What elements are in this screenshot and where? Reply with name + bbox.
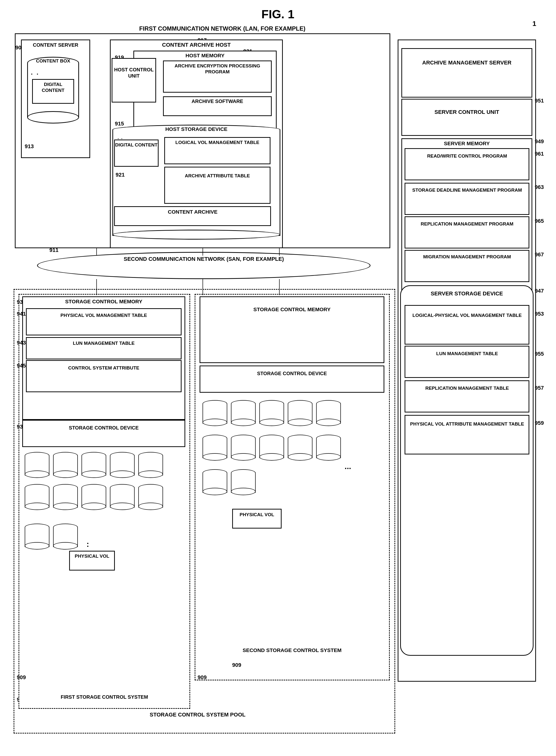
cyl-s8-bot xyxy=(259,453,284,461)
ref-941: 941 xyxy=(17,311,26,317)
ref-943: 943 xyxy=(17,339,26,346)
archive-attribute-label: ARCHIVE ATTRIBUTE TABLE xyxy=(165,173,270,179)
physical-vol-2-label: PHYSICAL VOL xyxy=(233,512,281,518)
content-box-dots2: · xyxy=(37,70,38,78)
storage-control-memory-1-label: STORAGE CONTROL MEMORY xyxy=(24,298,184,305)
content-box-label: CONTENT BOX xyxy=(27,58,79,64)
storage-control-device-2-label: STORAGE CONTROL DEVICE xyxy=(201,370,383,376)
ref-953: 953 xyxy=(535,311,544,317)
ref-959: 959 xyxy=(535,420,544,426)
cyl-s6-bot xyxy=(203,453,227,461)
server-control-unit-label: SERVER CONTROL UNIT xyxy=(402,109,531,116)
rw-control-label: READ/WRITE CONTROL PROGRAM xyxy=(405,153,529,159)
host-control-unit-label: HOST CONTROL UNIT xyxy=(112,67,155,79)
ref-963: 963 xyxy=(535,184,544,190)
storage-control-memory-2-label: STORAGE CONTROL MEMORY xyxy=(201,306,383,313)
archive-mgmt-server-label: ARCHIVE MANAGEMENT SERVER xyxy=(402,59,531,66)
host-control-unit-box xyxy=(112,58,156,103)
cyl11-bot xyxy=(25,542,49,549)
ref-909a: 909 xyxy=(17,674,26,681)
cyl-s4-bot xyxy=(288,419,312,426)
ref-949: 949 xyxy=(535,138,544,145)
storage-control-device-1-label: STORAGE CONTROL DEVICE xyxy=(24,425,184,431)
content-server-label: CONTENT SERVER xyxy=(22,42,89,48)
replication-mgmt-label: REPLICATION MANAGEMENT PROGRAM xyxy=(405,221,529,227)
ref-957: 957 xyxy=(535,385,544,391)
archive-attribute-box xyxy=(164,167,271,204)
conn-san-1 xyxy=(96,279,97,295)
cyl-s12-bot xyxy=(231,488,256,495)
cyl6-bot xyxy=(25,503,49,510)
ref-921: 921 xyxy=(115,172,125,178)
conn-san-3 xyxy=(279,279,280,295)
logical-vol-label: LOGICAL VOL MANAGEMENT TABLE xyxy=(165,140,270,145)
cyl9-bot xyxy=(110,503,135,510)
cyl-s9-bot xyxy=(288,453,312,461)
cyl10-bot xyxy=(138,503,163,510)
ref-955: 955 xyxy=(535,351,544,357)
cyl1-bot xyxy=(25,470,49,478)
ref-965: 965 xyxy=(535,218,544,224)
physical-vol-attr-box xyxy=(405,415,529,455)
server-control-unit-box xyxy=(402,99,532,136)
ref-909c: 909 xyxy=(232,662,241,668)
digital-content-label-2: DIGITAL CONTENT xyxy=(115,142,158,148)
server-storage-device-label: SERVER STORAGE DEVICE xyxy=(402,290,532,297)
archive-software-label: ARCHIVE SOFTWARE xyxy=(164,98,271,105)
ref-911: 911 xyxy=(49,247,59,253)
cyl3-bot xyxy=(81,470,106,478)
cyl-s10-bot xyxy=(316,453,341,461)
cyl8-bot xyxy=(81,503,106,510)
ref-909b: 909 xyxy=(198,674,207,681)
host-storage-label: HOST STORAGE DEVICE xyxy=(114,126,279,132)
dots-1: : xyxy=(86,540,89,549)
cyl2-bot xyxy=(53,470,78,478)
ref-961: 961 xyxy=(535,151,544,157)
cyl12-bot xyxy=(53,542,78,549)
conn-san-2 xyxy=(203,279,203,295)
cyl7-bot xyxy=(53,503,78,510)
cyl5-bot xyxy=(138,470,163,478)
lun-mgmt-server-label: LUN MANAGEMENT TABLE xyxy=(405,351,529,357)
host-storage-bottom xyxy=(112,230,280,240)
ref-967: 967 xyxy=(535,251,544,258)
ref-945: 945 xyxy=(17,363,26,369)
ref-913: 913 xyxy=(25,143,34,150)
ref-1: 1 xyxy=(532,20,536,28)
physical-vol-attr-label: PHYSICAL VOL ATTRIBUTE MANAGEMENT TABLE xyxy=(405,421,529,427)
storage-pool-label: STORAGE CONTROL SYSTEM POOL xyxy=(124,711,272,718)
second-storage-system-label: SECOND STORAGE CONTROL SYSTEM xyxy=(203,647,382,653)
cyl-s5-bot xyxy=(316,419,341,426)
conn-line-2 xyxy=(203,248,203,256)
second-network-label: SECOND COMMUNICATION NETWORK (SAN, FOR E… xyxy=(37,256,371,263)
conn-line-3 xyxy=(279,248,280,256)
digital-content-label-1: DIGITAL CONTENT xyxy=(33,81,74,93)
first-network-label: FIRST COMMUNICATION NETWORK (LAN, FOR EX… xyxy=(49,25,395,32)
archive-mgmt-server-box xyxy=(402,48,532,98)
figure-title: FIG. 1 xyxy=(210,7,346,21)
cyl-s7-bot xyxy=(231,453,256,461)
storage-control-device-1-box xyxy=(22,420,185,447)
server-memory-label: SERVER MEMORY xyxy=(402,140,531,147)
diagram: FIG. 1 1 FIRST COMMUNICATION NETWORK (LA… xyxy=(0,0,556,756)
first-storage-system-label: FIRST STORAGE CONTROL SYSTEM xyxy=(20,694,189,700)
physical-vol-mgmt-label: PHYSICAL VOL MANAGEMENT TABLE xyxy=(27,313,181,318)
storage-control-device-2-box xyxy=(200,365,384,393)
dots-second: ... xyxy=(345,462,351,471)
cyl-s11-bot xyxy=(203,488,227,495)
conn-line-1 xyxy=(96,248,97,256)
replication-mgmt-table-label: REPLICATION MANAGEMENT TABLE xyxy=(405,385,529,391)
logical-physical-vol-box xyxy=(405,305,529,345)
cyl-s2-bot xyxy=(231,419,256,426)
ref-947: 947 xyxy=(535,288,544,294)
control-system-attr-label: CONTROL SYSTEM ATTRIBUTE xyxy=(27,365,181,371)
migration-mgmt-label: MIGRATION MANAGEMENT PROGRAM xyxy=(405,254,529,260)
content-box-bottom xyxy=(27,111,79,123)
content-archive-label: CONTENT ARCHIVE xyxy=(115,209,271,215)
storage-deadline-label: STORAGE DEADLINE MANAGEMENT PROGRAM xyxy=(405,187,529,193)
cyl-s3-bot xyxy=(259,419,284,426)
physical-vol-1-label: PHYSICAL VOL xyxy=(70,553,114,559)
content-box-dots: · xyxy=(31,70,33,78)
cyl-s1-bot xyxy=(203,419,227,426)
archive-encryption-label: ARCHIVE ENCRYPTION PROCESSING PROGRAM xyxy=(164,63,271,75)
